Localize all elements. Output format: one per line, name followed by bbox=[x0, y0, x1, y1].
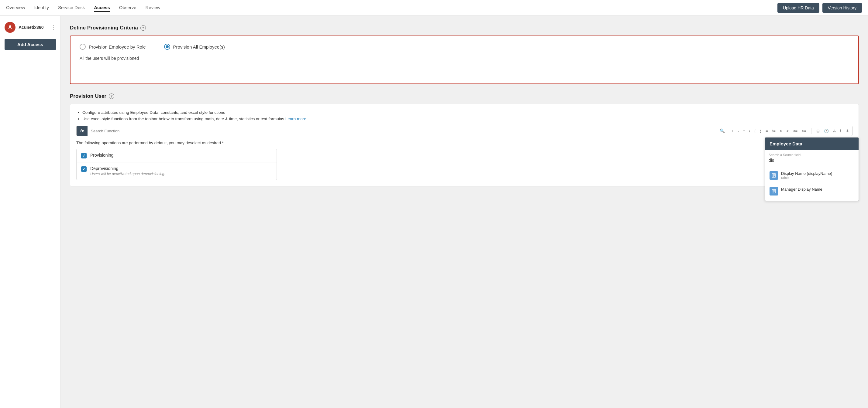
employee-data-header: Employee Data bbox=[765, 138, 859, 150]
radio-all-employees[interactable]: Provision All Employee(s) bbox=[164, 44, 225, 50]
bullet-1: Configure attributes using Employee Data… bbox=[82, 110, 852, 115]
provision-user-section: Provision User ? Configure attributes us… bbox=[70, 93, 859, 186]
emp-field-manager-display-name[interactable]: Manager Display Name bbox=[765, 183, 859, 199]
operations-label: The following operations are performed b… bbox=[76, 141, 852, 145]
employee-data-search: Search a Source field... dis bbox=[765, 150, 859, 166]
sidebar: A Acunetix360 ⋮ Add Access bbox=[0, 16, 61, 408]
op-equals[interactable]: = bbox=[765, 127, 769, 135]
radio-by-role-circle bbox=[80, 44, 86, 50]
version-history-button[interactable]: Version History bbox=[823, 3, 862, 13]
op-close-paren[interactable]: ) bbox=[760, 127, 762, 135]
main-content: Define Provisioning Criteria ? Provision… bbox=[61, 16, 868, 408]
nav-links: Overview Identity Service Desk Access Ob… bbox=[6, 4, 777, 12]
toolbar-operators: + - * / ( ) = != > < <= >= bbox=[728, 127, 852, 135]
employee-data-panel: Employee Data Search a Source field... d… bbox=[765, 137, 859, 201]
transform-icon[interactable]: ✳ bbox=[845, 127, 850, 135]
provision-box: Configure attributes using Employee Data… bbox=[70, 104, 859, 186]
employee-data-list: Display Name (displayName) (abc) Manager… bbox=[765, 166, 859, 201]
op-provisioning-row: Provisioning bbox=[76, 149, 277, 162]
bullet-2: Use excel-style functions from the toolb… bbox=[82, 116, 852, 121]
app-logo: A bbox=[5, 22, 16, 33]
radio-all-employees-label: Provision All Employee(s) bbox=[173, 44, 225, 49]
define-provisioning-section: Define Provisioning Criteria ? Provision… bbox=[70, 25, 859, 84]
radio-by-role[interactable]: Provision Employee by Role bbox=[80, 44, 146, 50]
op-multiply[interactable]: * bbox=[743, 127, 746, 135]
provisioning-checkbox[interactable] bbox=[81, 153, 87, 159]
sidebar-menu-dots[interactable]: ⋮ bbox=[51, 24, 56, 31]
manager-display-name-label: Manager Display Name bbox=[781, 187, 823, 192]
clock-icon[interactable]: 🕐 bbox=[823, 127, 829, 135]
deprovisioning-label: Deprovisioning bbox=[90, 166, 272, 171]
nav-observe[interactable]: Observe bbox=[119, 4, 136, 12]
nav-access[interactable]: Access bbox=[94, 4, 110, 12]
op-greater[interactable]: > bbox=[779, 127, 783, 135]
search-icon: 🔍 bbox=[720, 128, 725, 133]
info-icon[interactable]: ℹ bbox=[839, 127, 842, 135]
op-deprovisioning-row: Deprovisioning Users will be deactivated… bbox=[76, 162, 277, 180]
provisioning-label: Provisioning bbox=[90, 153, 272, 158]
grid-icon[interactable]: ⊞ bbox=[816, 127, 820, 135]
radio-all-employees-circle bbox=[164, 44, 170, 50]
fx-label: fx bbox=[76, 126, 88, 136]
formula-bar: fx 🔍 + - * / ( ) = bbox=[76, 126, 852, 136]
provision-title-text: Provision User bbox=[70, 93, 106, 99]
add-access-button[interactable]: Add Access bbox=[5, 39, 56, 50]
criteria-box: Provision Employee by Role Provision All… bbox=[70, 36, 859, 84]
op-divide[interactable]: / bbox=[749, 127, 751, 135]
deprovisioning-desc: Users will be deactivated upon deprovisi… bbox=[90, 172, 272, 176]
learn-more-link[interactable]: Learn more bbox=[285, 116, 306, 121]
operations-box: Provisioning Deprovisioning Users will b… bbox=[76, 149, 277, 180]
upload-hr-data-button[interactable]: Upload HR Data bbox=[777, 3, 819, 13]
define-section-title: Define Provisioning Criteria ? bbox=[70, 25, 859, 31]
toolbar-separator bbox=[811, 128, 811, 134]
provision-section-title: Provision User ? bbox=[70, 93, 859, 99]
top-navigation: Overview Identity Service Desk Access Ob… bbox=[0, 0, 868, 16]
text-format-icon[interactable]: A bbox=[832, 127, 836, 135]
define-help-icon[interactable]: ? bbox=[141, 25, 146, 31]
nav-service-desk[interactable]: Service Desk bbox=[58, 4, 85, 12]
op-less-eq[interactable]: <= bbox=[792, 127, 798, 135]
manager-display-name-icon bbox=[770, 187, 778, 196]
main-inner: Define Provisioning Criteria ? Provision… bbox=[70, 25, 859, 186]
define-title-text: Define Provisioning Criteria bbox=[70, 25, 138, 31]
deprovisioning-checkbox[interactable] bbox=[81, 166, 87, 172]
op-less[interactable]: < bbox=[786, 127, 789, 135]
display-name-label: Display Name (displayName) bbox=[781, 171, 832, 176]
search-function-wrapper: 🔍 bbox=[88, 128, 728, 133]
op-not-equals[interactable]: != bbox=[772, 127, 776, 135]
emp-search-value: dis bbox=[769, 158, 855, 163]
emp-field-display-name[interactable]: Display Name (displayName) (abc) bbox=[765, 168, 859, 183]
sidebar-header: A Acunetix360 ⋮ bbox=[5, 22, 56, 33]
search-function-input[interactable] bbox=[91, 129, 719, 133]
op-greater-eq[interactable]: >= bbox=[801, 127, 807, 135]
display-name-type: (abc) bbox=[781, 176, 832, 179]
provision-bullets: Configure attributes using Employee Data… bbox=[82, 110, 852, 121]
radio-by-role-label: Provision Employee by Role bbox=[89, 44, 146, 49]
nav-identity[interactable]: Identity bbox=[34, 4, 49, 12]
op-minus[interactable]: - bbox=[737, 127, 739, 135]
top-nav-buttons: Upload HR Data Version History bbox=[777, 3, 862, 13]
provision-help-icon[interactable]: ? bbox=[109, 94, 114, 99]
nav-overview[interactable]: Overview bbox=[6, 4, 25, 12]
op-open-paren[interactable]: ( bbox=[754, 127, 756, 135]
radio-group: Provision Employee by Role Provision All… bbox=[80, 44, 849, 50]
app-name: Acunetix360 bbox=[19, 25, 43, 30]
emp-search-label: Search a Source field... bbox=[769, 153, 855, 157]
nav-review[interactable]: Review bbox=[146, 4, 160, 12]
op-plus[interactable]: + bbox=[731, 127, 734, 135]
main-layout: A Acunetix360 ⋮ Add Access Define Provis… bbox=[0, 16, 868, 408]
display-name-icon bbox=[770, 171, 778, 180]
criteria-description: All the users will be provisioned bbox=[80, 56, 849, 61]
